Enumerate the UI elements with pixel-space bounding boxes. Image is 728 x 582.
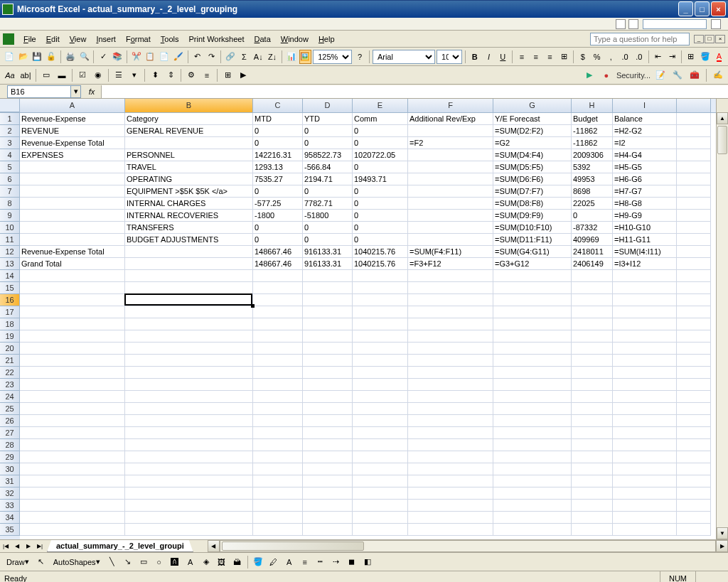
cell-E25[interactable] [353, 403, 408, 415]
cell-H30[interactable] [572, 463, 613, 475]
cell-H34[interactable] [572, 512, 613, 524]
cell-B13[interactable] [125, 258, 253, 270]
cell-B29[interactable] [125, 451, 253, 463]
cell-G28[interactable] [493, 439, 572, 451]
doc-minimize-button[interactable]: _ [694, 35, 704, 43]
cell-H26[interactable] [572, 415, 613, 427]
cell-C35[interactable] [253, 524, 303, 536]
menu-help[interactable]: Help [314, 33, 340, 45]
cell-C20[interactable] [253, 343, 303, 355]
cell-5[interactable] [677, 161, 711, 173]
cell-I25[interactable] [613, 403, 677, 415]
cell-B12[interactable] [125, 246, 253, 258]
cell-E22[interactable] [353, 367, 408, 379]
cell-B4[interactable]: PERSONNEL [125, 149, 253, 161]
cell-G12[interactable]: =SUM(G4:G11) [493, 246, 572, 258]
help-icon[interactable]: ? [353, 50, 366, 64]
cell-B14[interactable] [125, 270, 253, 282]
cell-I3[interactable]: =I2 [613, 137, 677, 149]
row-header-30[interactable]: 30 [0, 463, 20, 475]
cell-B9[interactable]: INTERNAL RECOVERIES [125, 210, 253, 222]
hscroll-thumb[interactable] [222, 541, 364, 551]
cell-D22[interactable] [303, 367, 353, 379]
row-header-6[interactable]: 6 [0, 173, 20, 185]
cell-A23[interactable] [20, 379, 125, 391]
cell-C21[interactable] [253, 355, 303, 367]
fx-button[interactable]: fx [84, 85, 100, 98]
cell-G22[interactable] [493, 367, 572, 379]
cell-F28[interactable] [408, 439, 493, 451]
cell-A3[interactable]: Revenue-Expense Total [20, 137, 125, 149]
row-header-27[interactable]: 27 [0, 427, 20, 439]
cell-A4[interactable]: EXPENSES [20, 149, 125, 161]
cell-H1[interactable]: Budget [572, 113, 613, 125]
cell-D4[interactable]: 958522.73 [303, 149, 353, 161]
cell-E11[interactable]: 0 [353, 234, 408, 246]
cell-B32[interactable] [125, 487, 253, 500]
row-header-1[interactable]: 1 [0, 113, 20, 125]
vscroll-thumb[interactable] [717, 126, 727, 154]
cell-D24[interactable] [303, 391, 353, 403]
row-header-25[interactable]: 25 [0, 403, 20, 415]
percent-icon[interactable]: % [591, 50, 604, 64]
cell-B25[interactable] [125, 403, 253, 415]
cell-F35[interactable] [408, 524, 493, 536]
scrollbar-icon[interactable]: ⬍ [148, 68, 162, 82]
cell-A24[interactable] [20, 391, 125, 403]
cell-G33[interactable] [493, 500, 572, 512]
cell-B33[interactable] [125, 500, 253, 512]
cell-F12[interactable]: =SUM(F4:F11) [408, 246, 493, 258]
cell-F21[interactable] [408, 355, 493, 367]
cell-D17[interactable] [303, 306, 353, 318]
help-search-input[interactable] [590, 33, 690, 45]
cell-B3[interactable] [125, 137, 253, 149]
listbox-icon[interactable]: ☰ [112, 68, 126, 82]
cell-G7[interactable]: =SUM(D7:F7) [493, 185, 572, 198]
cell-E1[interactable]: Comm [353, 113, 408, 125]
horizontal-scrollbar[interactable]: ◀ ▶ [208, 540, 728, 552]
research-icon[interactable]: 📚 [111, 50, 124, 64]
cell-D27[interactable] [303, 427, 353, 439]
cell-B20[interactable] [125, 343, 253, 355]
cell-E8[interactable]: 0 [353, 198, 408, 210]
cell-F19[interactable] [408, 330, 493, 343]
cell-D26[interactable] [303, 415, 353, 427]
col-header-extra[interactable] [677, 99, 711, 112]
menu-window[interactable]: Window [276, 33, 314, 45]
cell-G23[interactable] [493, 379, 572, 391]
cell-B26[interactable] [125, 415, 253, 427]
cell-I22[interactable] [613, 367, 677, 379]
cell-I12[interactable]: =SUM(I4:I11) [613, 246, 677, 258]
cell-D11[interactable]: 0 [303, 234, 353, 246]
cell-9[interactable] [677, 210, 711, 222]
cell-G21[interactable] [493, 355, 572, 367]
cell-F10[interactable] [408, 222, 493, 234]
cell-20[interactable] [677, 343, 711, 355]
cell-C4[interactable]: 142216.31 [253, 149, 303, 161]
cell-F16[interactable] [408, 294, 493, 306]
eraser-icon[interactable] [628, 19, 638, 29]
cell-C28[interactable] [253, 439, 303, 451]
cell-A1[interactable]: Revenue-Expense [20, 113, 125, 125]
line-color-draw-icon[interactable]: 🖊 [267, 555, 281, 569]
cell-A25[interactable] [20, 403, 125, 415]
clipart-icon[interactable]: 🖼 [215, 555, 229, 569]
increase-indent-icon[interactable]: ⇥ [665, 50, 678, 64]
menu-format[interactable]: Format [121, 33, 156, 45]
cell-G34[interactable] [493, 512, 572, 524]
cell-B30[interactable] [125, 463, 253, 475]
cell-G5[interactable]: =SUM(D5:F5) [493, 161, 572, 173]
cell-21[interactable] [677, 355, 711, 367]
cell-D15[interactable] [303, 282, 353, 294]
cell-D10[interactable]: 0 [303, 222, 353, 234]
cell-19[interactable] [677, 330, 711, 343]
cell-F4[interactable] [408, 149, 493, 161]
control-toolbox-icon[interactable]: 🧰 [687, 68, 702, 82]
cell-I33[interactable] [613, 500, 677, 512]
row-header-18[interactable]: 18 [0, 318, 20, 330]
permission-icon[interactable]: 🔓 [45, 50, 58, 64]
cell-I23[interactable] [613, 379, 677, 391]
cut-icon[interactable]: ✂️ [130, 50, 143, 64]
cell-D28[interactable] [303, 439, 353, 451]
cell-B11[interactable]: BUDGET ADJUSTMENTS [125, 234, 253, 246]
